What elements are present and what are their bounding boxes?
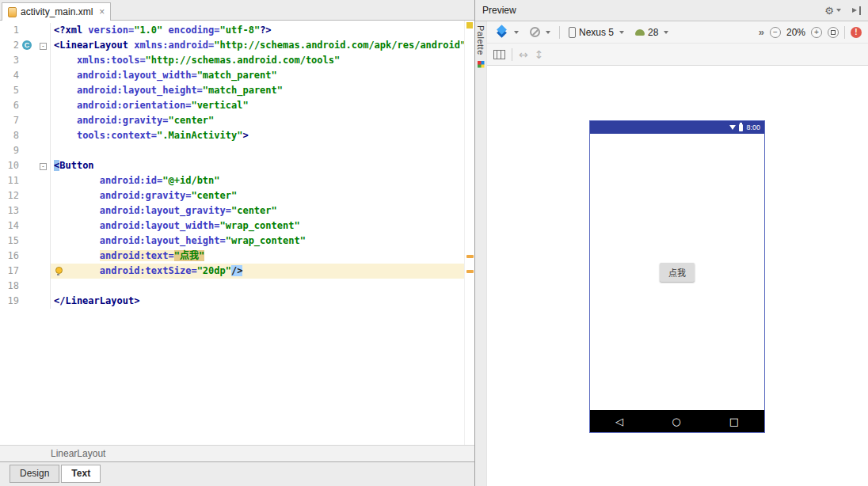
app-button[interactable]: 点我: [660, 263, 695, 282]
code-text[interactable]: </LinearLayout>: [51, 294, 464, 309]
palette-tab[interactable]: Palette: [476, 25, 485, 55]
editor-tab-activity-main[interactable]: activity_main.xml ×: [2, 2, 111, 21]
zoom-in-button[interactable]: +: [811, 27, 822, 38]
code-text[interactable]: android:orientation="vertical": [51, 98, 464, 113]
code-text[interactable]: android:layout_height="match_parent": [51, 83, 464, 98]
stripe-warning-mark[interactable]: [466, 270, 474, 273]
intention-bulb-icon[interactable]: [55, 267, 63, 274]
code-line[interactable]: 18: [0, 279, 464, 294]
tab-text[interactable]: Text: [61, 465, 101, 483]
class-gutter-icon[interactable]: C: [22, 40, 32, 50]
zoom-out-button[interactable]: −: [770, 27, 781, 38]
fold-column: [36, 218, 50, 234]
code-text[interactable]: xmlns:tools="http://schemas.android.com/…: [51, 53, 464, 68]
device-selector-label: Nexus 5: [579, 27, 614, 38]
column-view-icon[interactable]: [493, 50, 505, 59]
code-text[interactable]: android:text="点我": [51, 249, 464, 264]
resize-horizontal-icon[interactable]: ↔: [519, 48, 528, 61]
code-line[interactable]: 10-<Button: [0, 158, 464, 173]
fold-marker-icon[interactable]: -: [40, 163, 47, 170]
code-line[interactable]: 7 android:gravity="center": [0, 113, 464, 128]
code-text[interactable]: android:textSize="20dp"/>: [51, 264, 464, 279]
code-line[interactable]: 17 android:textSize="20dp"/>: [0, 264, 464, 279]
code-text[interactable]: tools:context=".MainActivity">: [51, 128, 464, 143]
fold-column: [36, 188, 50, 203]
toolbar-overflow-chevron[interactable]: »: [759, 26, 764, 38]
code-text[interactable]: android:gravity="center": [51, 188, 464, 203]
gutter-annotations: [19, 234, 36, 249]
stripe-warning-mark[interactable]: [466, 255, 474, 258]
zoom-cluster: » − 20% + !: [759, 26, 862, 39]
preview-settings-button[interactable]: ⚙: [824, 5, 841, 17]
code-line[interactable]: 6 android:orientation="vertical": [0, 98, 464, 113]
code-text[interactable]: android:layout_width="match_parent": [51, 68, 464, 83]
nav-back-icon[interactable]: ◁: [615, 416, 623, 427]
breadcrumb[interactable]: LinearLayout: [0, 445, 474, 461]
api-level-selector[interactable]: 28: [633, 25, 671, 40]
gutter: 18: [0, 279, 51, 294]
stripe-file-status-mark[interactable]: [466, 22, 473, 28]
nav-home-icon[interactable]: ○: [672, 416, 680, 427]
code-line[interactable]: 19</LinearLayout>: [0, 294, 464, 309]
toolbar-separator: [512, 48, 512, 61]
palette-icon[interactable]: [478, 61, 485, 68]
code-line[interactable]: 3 xmlns:tools="http://schemas.android.co…: [0, 53, 464, 68]
gutter-annotations: [19, 173, 36, 188]
preview-canvas[interactable]: 8:00 点我 ◁ ○ □: [487, 66, 868, 486]
render-errors-badge[interactable]: !: [851, 27, 862, 38]
close-tab-icon[interactable]: ×: [99, 6, 105, 17]
tab-design[interactable]: Design: [10, 465, 59, 483]
fold-column: [36, 234, 50, 249]
line-number: 10: [0, 158, 19, 173]
code-text[interactable]: android:layout_gravity="center": [51, 203, 464, 218]
fold-column: -: [36, 158, 50, 173]
zoom-fit-button[interactable]: [828, 27, 839, 38]
device-screen[interactable]: 点我: [590, 134, 764, 410]
device-selector[interactable]: Nexus 5: [566, 25, 626, 40]
code-lines[interactable]: 1<?xml version="1.0" encoding="utf-8"?>2…: [0, 21, 464, 445]
hide-panel-icon[interactable]: [851, 6, 861, 15]
line-number: 9: [0, 143, 19, 158]
device-preview[interactable]: 8:00 点我 ◁ ○ □: [589, 120, 765, 433]
code-line[interactable]: 4 android:layout_width="match_parent": [0, 68, 464, 83]
line-number: 7: [0, 113, 19, 128]
theme-selector[interactable]: [493, 25, 521, 40]
phone-icon: [569, 27, 576, 38]
nav-recents-icon[interactable]: □: [729, 416, 739, 427]
configuration-selector[interactable]: [527, 25, 553, 39]
code-line[interactable]: 1<?xml version="1.0" encoding="utf-8"?>: [0, 23, 464, 38]
preview-column: Nexus 5 28 » − 20% +: [487, 21, 868, 486]
scroll-stripe[interactable]: [464, 21, 474, 445]
editor-tab-title: activity_main.xml: [21, 6, 93, 17]
code-line[interactable]: 15 android:layout_height="wrap_content": [0, 234, 464, 249]
code-text[interactable]: <?xml version="1.0" encoding="utf-8"?>: [51, 23, 464, 38]
gutter: 19: [0, 294, 51, 309]
gutter-annotations: [19, 203, 36, 218]
code-line[interactable]: 9: [0, 143, 464, 158]
breadcrumb-item-linearlayout[interactable]: LinearLayout: [51, 448, 105, 459]
tool-window-stripe: Palette: [475, 21, 487, 486]
code-text[interactable]: android:gravity="center": [51, 113, 464, 128]
code-line[interactable]: 8 tools:context=".MainActivity">: [0, 128, 464, 143]
code-line[interactable]: 11 android:id="@+id/btn": [0, 173, 464, 188]
preview-body: Palette Nexus 5: [475, 21, 868, 486]
code-text[interactable]: [51, 143, 464, 158]
code-line[interactable]: 14 android:layout_width="wrap_content": [0, 218, 464, 234]
code-line[interactable]: 16 android:text="点我": [0, 249, 464, 264]
code-text[interactable]: <LinearLayout xmlns:android="http://sche…: [51, 38, 466, 53]
resize-vertical-icon[interactable]: ↕: [535, 48, 544, 61]
code-line[interactable]: 13 android:layout_gravity="center": [0, 203, 464, 218]
preview-title: Preview: [482, 5, 516, 16]
code-text[interactable]: [51, 279, 464, 294]
code-text[interactable]: android:layout_width="wrap_content": [51, 218, 464, 234]
code-text[interactable]: android:id="@+id/btn": [51, 173, 464, 188]
code-line[interactable]: 5 android:layout_height="match_parent": [0, 83, 464, 98]
fold-marker-icon[interactable]: -: [40, 43, 47, 50]
code-line[interactable]: 12 android:gravity="center": [0, 188, 464, 203]
code-line[interactable]: 2C-<LinearLayout xmlns:android="http://s…: [0, 38, 464, 53]
code-editor[interactable]: 1<?xml version="1.0" encoding="utf-8"?>2…: [0, 21, 474, 445]
code-text[interactable]: <Button: [51, 158, 464, 173]
preview-pane: Preview ⚙ Palette: [475, 0, 868, 486]
android-studio-window: activity_main.xml × 1<?xml version="1.0"…: [0, 0, 868, 486]
code-text[interactable]: android:layout_height="wrap_content": [51, 234, 464, 249]
